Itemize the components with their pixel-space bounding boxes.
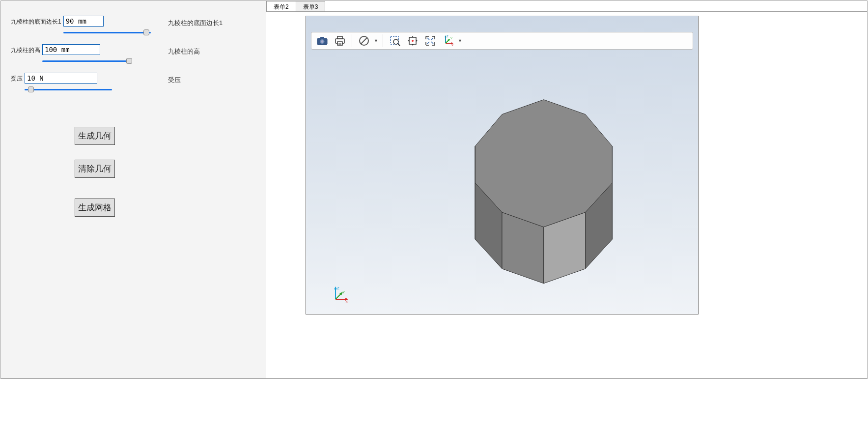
tab-form2[interactable]: 表单2 <box>266 1 296 11</box>
svg-rect-11 <box>391 36 398 44</box>
svg-text:Z: Z <box>337 286 339 290</box>
height-slider[interactable] <box>42 58 130 65</box>
nosign-icon[interactable] <box>356 33 372 48</box>
pressure-label-right: 受压 <box>168 76 181 85</box>
height-label-right: 九棱柱的高 <box>168 47 200 56</box>
height-input[interactable] <box>42 44 100 55</box>
height-slider-thumb[interactable] <box>126 58 132 64</box>
height-label-left: 九棱柱的高 <box>11 44 40 55</box>
pressure-label-left: 受压 <box>11 73 23 83</box>
right-viewport-panel: 表单2 表单3 ▼ <box>266 1 867 378</box>
viewport-toolbar: ▼ ZYX ▼ <box>311 32 693 50</box>
dropdown-arrow-icon[interactable]: ▼ <box>374 38 379 43</box>
zoom-window-icon[interactable] <box>387 33 403 48</box>
edge-input[interactable] <box>63 16 104 27</box>
generate-geometry-button[interactable]: 生成几何 <box>75 127 115 145</box>
edge-label-right: 九棱柱的底面边长1 <box>168 19 223 28</box>
svg-text:X: X <box>345 300 348 304</box>
svg-rect-5 <box>337 36 342 39</box>
svg-text:Y: Y <box>450 37 452 40</box>
svg-text:Y: Y <box>342 290 345 294</box>
svg-text:Z: Z <box>447 35 448 38</box>
geometry-3d-canvas[interactable] <box>306 51 698 315</box>
left-parameter-panel: 九棱柱的底面边长1 九棱柱的底面边长1 九棱柱的高 九棱柱的高 <box>1 1 266 378</box>
dropdown-arrow-icon-2[interactable]: ▼ <box>458 38 463 43</box>
clear-geometry-button[interactable]: 清除几何 <box>75 160 115 178</box>
svg-line-10 <box>361 38 367 44</box>
viewport-3d[interactable]: ▼ ZYX ▼ <box>306 16 699 314</box>
pressure-slider-thumb[interactable] <box>28 86 34 92</box>
pressure-slider[interactable] <box>25 86 112 93</box>
tab-bar: 表单2 表单3 <box>266 1 867 12</box>
print-icon[interactable] <box>332 33 348 48</box>
pressure-input[interactable] <box>25 73 97 84</box>
param-row-pressure: 受压 受压 <box>11 73 256 97</box>
tab-form3[interactable]: 表单3 <box>296 1 326 11</box>
svg-rect-1 <box>320 37 324 39</box>
edge-slider[interactable] <box>63 29 151 36</box>
svg-point-12 <box>393 39 398 44</box>
camera-icon[interactable] <box>314 33 330 48</box>
axis-indicator: Z X Y <box>331 285 350 304</box>
svg-text:X: X <box>451 44 453 47</box>
axes-icon[interactable]: ZYX <box>440 33 456 48</box>
svg-point-15 <box>412 40 414 42</box>
generate-mesh-button[interactable]: 生成网格 <box>75 199 115 217</box>
pan-icon[interactable] <box>405 33 420 48</box>
svg-line-13 <box>398 44 400 46</box>
edge-label-left: 九棱柱的底面边长1 <box>11 16 61 26</box>
param-row-edge: 九棱柱的底面边长1 九棱柱的底面边长1 <box>11 16 256 40</box>
param-row-height: 九棱柱的高 九棱柱的高 <box>11 44 256 69</box>
fit-icon[interactable] <box>422 33 438 48</box>
edge-slider-thumb[interactable] <box>143 29 149 35</box>
svg-point-3 <box>321 40 324 43</box>
